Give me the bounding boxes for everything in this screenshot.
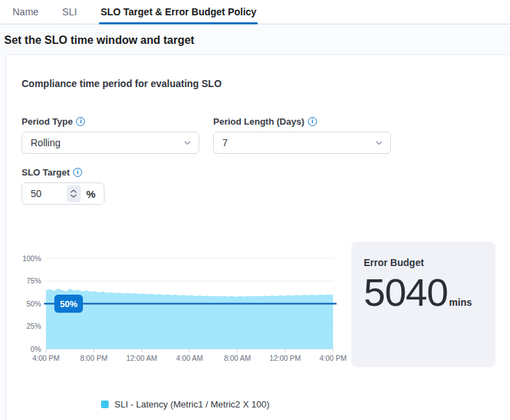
legend-label: SLI - Latency (Metric1 / Metric2 X 100) (114, 399, 270, 410)
period-type-label: Period Type (22, 116, 72, 127)
svg-text:50%: 50% (60, 300, 77, 309)
error-budget-title: Error Budget (364, 257, 483, 268)
tab-bar: Name SLI SLO Target & Error Budget Polic… (0, 0, 510, 24)
svg-text:50%: 50% (26, 300, 41, 308)
svg-text:25%: 25% (26, 322, 41, 330)
svg-text:0%: 0% (31, 345, 41, 353)
svg-text:4:00 PM: 4:00 PM (32, 354, 59, 362)
legend-item-sli-latency[interactable]: SLI - Latency (Metric1 / Metric2 X 100) (22, 399, 349, 410)
info-icon[interactable]: i (73, 168, 82, 177)
error-budget-value: 5040 (364, 270, 448, 315)
chevron-down-icon (183, 139, 192, 147)
page-body: Set the SLO time window and target Compl… (0, 24, 510, 420)
slo-target-field: SLO Target i 50 % (22, 167, 495, 205)
svg-text:8:00 AM: 8:00 AM (224, 354, 251, 362)
svg-text:12:00 AM: 12:00 AM (126, 354, 157, 362)
slo-settings-card: Compliance time period for evaluating SL… (6, 54, 510, 420)
tab-slo-target-error-budget-policy[interactable]: SLO Target & Error Budget Policy (99, 0, 258, 24)
percent-unit: % (86, 188, 95, 200)
tab-sli[interactable]: SLI (61, 0, 78, 24)
error-budget-unit: mins (449, 297, 472, 308)
svg-text:4:00 AM: 4:00 AM (176, 354, 203, 362)
period-length-value: 7 (222, 137, 375, 148)
svg-text:4:00 PM: 4:00 PM (319, 354, 346, 362)
info-icon[interactable]: i (76, 117, 85, 126)
sli-preview-chart: 0%25%50%75%100%50%4:00 PM8:00 PM12:00 AM… (22, 251, 349, 410)
svg-text:8:00 PM: 8:00 PM (80, 354, 107, 362)
period-type-field: Period Type i Rolling (22, 116, 199, 154)
slo-target-value: 50 (22, 188, 67, 199)
period-length-field: Period Length (Days) i 7 (213, 116, 391, 154)
chevron-up-icon (70, 189, 77, 193)
error-budget-card: Error Budget 5040 mins (351, 242, 495, 367)
page-title: Set the SLO time window and target (4, 34, 510, 47)
chevron-down-icon (375, 139, 383, 147)
quantity-stepper[interactable] (67, 185, 81, 202)
period-type-select[interactable]: Rolling (22, 132, 199, 154)
section-title: Compliance time period for evaluating SL… (22, 78, 495, 89)
svg-text:12:00 PM: 12:00 PM (270, 354, 301, 362)
period-length-label: Period Length (Days) (213, 116, 304, 127)
period-length-select[interactable]: 7 (213, 132, 391, 154)
info-icon[interactable]: i (308, 117, 317, 126)
svg-text:75%: 75% (26, 277, 41, 285)
legend-swatch (101, 400, 109, 408)
tab-name[interactable]: Name (11, 0, 40, 24)
area-chart: 0%25%50%75%100%50%4:00 PM8:00 PM12:00 AM… (22, 251, 349, 368)
svg-text:100%: 100% (22, 254, 41, 263)
period-type-value: Rolling (31, 137, 183, 148)
slo-target-input[interactable]: 50 % (22, 182, 105, 205)
chevron-down-icon (70, 194, 77, 198)
slo-target-label: SLO Target (22, 167, 70, 178)
